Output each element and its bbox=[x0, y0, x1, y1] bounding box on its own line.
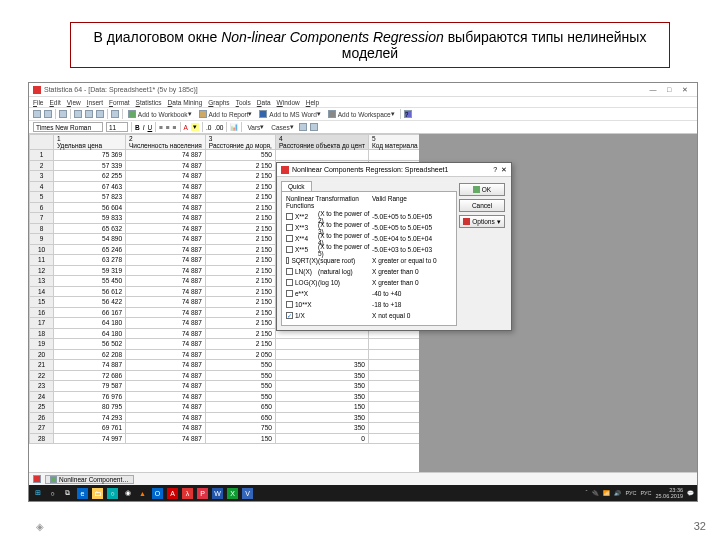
cell[interactable] bbox=[275, 339, 368, 350]
row-header[interactable]: 22 bbox=[30, 370, 54, 381]
cell[interactable]: 2 150 bbox=[205, 318, 275, 329]
tray-wifi-icon[interactable]: 📶 bbox=[603, 490, 610, 496]
tray-notifications-icon[interactable]: 💬 bbox=[687, 490, 694, 496]
add-to-workbook-button[interactable]: Add to Workbook ▾ bbox=[126, 110, 194, 118]
cell[interactable]: 2 050 bbox=[205, 349, 275, 360]
cell[interactable]: 54 890 bbox=[54, 234, 126, 245]
row-header[interactable]: 15 bbox=[30, 297, 54, 308]
menu-data[interactable]: Data bbox=[257, 99, 271, 106]
cell[interactable]: 74 887 bbox=[126, 286, 206, 297]
row-header[interactable]: 12 bbox=[30, 265, 54, 276]
cell[interactable]: 57 823 bbox=[54, 192, 126, 203]
task-outlook-icon[interactable]: O bbox=[152, 488, 163, 499]
cell[interactable]: 74 887 bbox=[126, 202, 206, 213]
column-header[interactable]: 2Численность населения bbox=[126, 135, 206, 150]
cell[interactable]: 62 255 bbox=[54, 171, 126, 182]
cell[interactable]: 65 246 bbox=[54, 244, 126, 255]
cell[interactable]: 74 887 bbox=[126, 150, 206, 161]
row-header[interactable]: 8 bbox=[30, 223, 54, 234]
cell[interactable]: 79 587 bbox=[54, 381, 126, 392]
add-to-word-button[interactable]: Add to MS Word ▾ bbox=[257, 110, 322, 118]
row-header[interactable]: 17 bbox=[30, 318, 54, 329]
menu-view[interactable]: View bbox=[67, 99, 81, 106]
cell[interactable]: 2 150 bbox=[205, 339, 275, 350]
cell[interactable]: 74 887 bbox=[126, 160, 206, 171]
cell[interactable]: 59 833 bbox=[54, 213, 126, 224]
cell[interactable]: 650 bbox=[205, 412, 275, 423]
cell[interactable]: 64 180 bbox=[54, 318, 126, 329]
minimize-button[interactable]: — bbox=[645, 86, 661, 93]
cell[interactable]: 550 bbox=[205, 391, 275, 402]
cell[interactable]: 74 887 bbox=[126, 234, 206, 245]
cell[interactable]: 74 887 bbox=[126, 339, 206, 350]
cell[interactable]: 74 887 bbox=[126, 433, 206, 444]
row-header[interactable]: 23 bbox=[30, 381, 54, 392]
menu-tools[interactable]: Tools bbox=[236, 99, 251, 106]
task-chrome-icon[interactable]: ◉ bbox=[122, 488, 133, 499]
font-combo[interactable]: Times New Roman bbox=[33, 122, 103, 132]
tab-quick[interactable]: Quick bbox=[281, 181, 312, 191]
cell[interactable]: 74 887 bbox=[126, 360, 206, 371]
tray-volume-icon[interactable]: 🔊 bbox=[614, 490, 621, 496]
checkbox-X**3[interactable] bbox=[286, 224, 293, 231]
cell[interactable]: 550 bbox=[205, 360, 275, 371]
cell[interactable]: 67 463 bbox=[54, 181, 126, 192]
dialog-help-button[interactable]: ? bbox=[493, 166, 497, 173]
cell[interactable]: 74 887 bbox=[126, 213, 206, 224]
cancel-button[interactable]: Cancel bbox=[459, 199, 505, 212]
paste-icon[interactable] bbox=[96, 110, 104, 118]
cell[interactable]: 69 761 bbox=[54, 423, 126, 434]
task-vlc-icon[interactable]: ▲ bbox=[137, 488, 148, 499]
cell[interactable]: 74 887 bbox=[126, 181, 206, 192]
cell[interactable]: 2 150 bbox=[205, 234, 275, 245]
row-header[interactable]: 5 bbox=[30, 192, 54, 203]
font-color-icon[interactable]: A bbox=[184, 124, 188, 131]
cell[interactable]: 65 632 bbox=[54, 223, 126, 234]
align-right-icon[interactable]: ≡ bbox=[173, 124, 177, 131]
cell[interactable]: 350 bbox=[275, 381, 368, 392]
menu-graphs[interactable]: Graphs bbox=[208, 99, 229, 106]
checkbox-SQRT(X)[interactable] bbox=[286, 257, 289, 264]
cell[interactable]: 350 bbox=[275, 412, 368, 423]
vars-button[interactable]: Vars ▾ bbox=[245, 123, 266, 131]
row-header[interactable]: 11 bbox=[30, 255, 54, 266]
decimal-dec-icon[interactable]: .00 bbox=[214, 124, 223, 131]
cell[interactable]: 2 150 bbox=[205, 255, 275, 266]
cell[interactable]: 2 150 bbox=[205, 307, 275, 318]
task-hp-icon[interactable]: ○ bbox=[107, 488, 118, 499]
search-icon[interactable]: ○ bbox=[47, 488, 58, 499]
task-powerpoint-icon[interactable]: P bbox=[197, 488, 208, 499]
align-center-icon[interactable]: ≡ bbox=[166, 124, 170, 131]
undo-icon[interactable] bbox=[111, 110, 119, 118]
checkbox-X**4[interactable] bbox=[286, 235, 293, 242]
row-header[interactable]: 26 bbox=[30, 412, 54, 423]
cell[interactable]: 59 319 bbox=[54, 265, 126, 276]
cell[interactable]: 2 150 bbox=[205, 171, 275, 182]
row-header[interactable]: 3 bbox=[30, 171, 54, 182]
fill-color-icon[interactable]: ▾ bbox=[191, 123, 199, 131]
menu-statistics[interactable]: Statistics bbox=[136, 99, 162, 106]
open-icon[interactable] bbox=[33, 110, 41, 118]
cell[interactable]: 74 887 bbox=[126, 255, 206, 266]
cell[interactable]: 2 150 bbox=[205, 202, 275, 213]
cell[interactable]: 75 369 bbox=[54, 150, 126, 161]
tray-lang1[interactable]: РУС bbox=[625, 490, 636, 496]
column-header[interactable]: 3Расстояние до моря, bbox=[205, 135, 275, 150]
cell[interactable]: 74 887 bbox=[126, 297, 206, 308]
cell[interactable]: 2 150 bbox=[205, 244, 275, 255]
cell[interactable]: 2 150 bbox=[205, 265, 275, 276]
menu-data mining[interactable]: Data Mining bbox=[168, 99, 203, 106]
task-edge-icon[interactable]: e bbox=[77, 488, 88, 499]
cell[interactable]: 74 293 bbox=[54, 412, 126, 423]
cell[interactable]: 74 887 bbox=[126, 265, 206, 276]
cell[interactable]: 74 887 bbox=[126, 307, 206, 318]
column-header[interactable]: 1Удельная цена bbox=[54, 135, 126, 150]
cell[interactable]: 56 422 bbox=[54, 297, 126, 308]
maximize-button[interactable]: □ bbox=[661, 86, 677, 93]
start-button[interactable]: ⊞ bbox=[32, 488, 43, 499]
cell[interactable]: 2 150 bbox=[205, 160, 275, 171]
cell[interactable]: 550 bbox=[205, 150, 275, 161]
row-header[interactable]: 28 bbox=[30, 433, 54, 444]
cell[interactable]: 350 bbox=[275, 391, 368, 402]
print-icon[interactable] bbox=[59, 110, 67, 118]
